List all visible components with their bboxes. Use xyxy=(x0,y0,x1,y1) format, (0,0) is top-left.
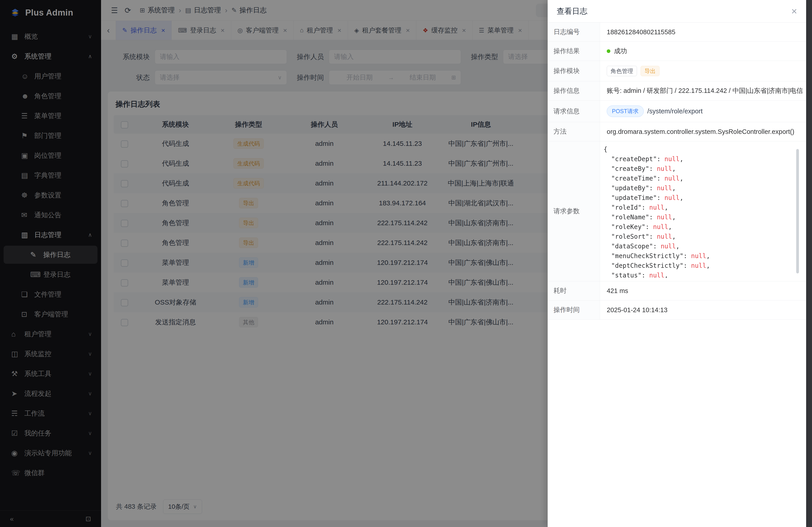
field-value: 2025-01-24 10:14:13 xyxy=(600,300,806,319)
drawer-field-row: 方法org.dromara.system.controller.system.S… xyxy=(548,122,806,141)
field-label: 请求信息 xyxy=(548,101,600,122)
field-value: 角色管理导出 xyxy=(600,61,806,81)
drawer-field-row: 日志编号1882612840802115585 xyxy=(548,22,806,42)
json-null-value: null xyxy=(657,213,672,221)
json-null-value: null xyxy=(665,175,680,182)
module-tag: 导出 xyxy=(641,66,659,76)
field-label: 操作信息 xyxy=(548,81,600,100)
drawer-title: 查看日志 xyxy=(557,6,588,16)
json-null-value: null xyxy=(657,184,672,192)
drawer-field-row: 请求参数{ "createDept": null, "createBy": nu… xyxy=(548,141,806,281)
json-null-value: null xyxy=(649,272,664,278)
drawer-field-row: 操作信息账号: admin / 研发部门 / 222.175.114.242 /… xyxy=(548,81,806,101)
field-label: 请求参数 xyxy=(548,141,600,281)
drawer-field-row: 请求信息POST请求/system/role/export xyxy=(548,101,806,122)
request-params-code: { "createDept": null, "createBy": null, … xyxy=(604,145,800,278)
field-value: 账号: admin / 研发部门 / 222.175.114.242 / 中国|… xyxy=(600,81,806,100)
json-null-value: null xyxy=(649,204,664,211)
json-null-value: null xyxy=(691,262,706,269)
field-label: 操作模块 xyxy=(548,61,600,81)
drawer-body: 日志编号1882612840802115585操作结果成功操作模块角色管理导出操… xyxy=(548,22,806,527)
field-value: org.dromara.system.controller.system.Sys… xyxy=(600,122,806,141)
request-method-tag: POST请求 xyxy=(607,105,644,117)
drawer-header: 查看日志 × xyxy=(548,0,806,22)
field-label: 耗时 xyxy=(548,281,600,300)
status-text: 成功 xyxy=(614,47,627,56)
field-value: POST请求/system/role/export xyxy=(600,101,806,122)
field-label: 操作结果 xyxy=(548,42,600,61)
field-value: 1882612840802115585 xyxy=(600,22,806,42)
right-edge-shade xyxy=(806,0,812,527)
close-icon[interactable]: × xyxy=(791,6,797,16)
json-null-value: null xyxy=(665,155,680,163)
field-label: 方法 xyxy=(548,122,600,141)
view-log-drawer: 查看日志 × 日志编号1882612840802115585操作结果成功操作模块… xyxy=(548,0,806,527)
field-label: 操作时间 xyxy=(548,300,600,319)
module-tag: 角色管理 xyxy=(607,66,637,76)
drawer-field-row: 耗时421 ms xyxy=(548,281,806,300)
drawer-field-row: 操作时间2025-01-24 10:14:13 xyxy=(548,300,806,320)
json-null-value: null xyxy=(653,223,668,230)
success-dot-icon xyxy=(607,49,610,53)
field-label: 日志编号 xyxy=(548,22,600,42)
scrollbar-thumb[interactable] xyxy=(796,149,799,273)
json-null-value: null xyxy=(657,165,672,172)
drawer-field-row: 操作结果成功 xyxy=(548,42,806,61)
json-null-value: null xyxy=(657,233,672,240)
field-value: 成功 xyxy=(600,42,806,61)
drawer-field-row: 操作模块角色管理导出 xyxy=(548,61,806,81)
json-code: { "createDept": null, "createBy": null, … xyxy=(604,145,800,278)
json-null-value: null xyxy=(691,252,706,260)
field-value: 421 ms xyxy=(600,281,806,300)
field-value: { "createDept": null, "createBy": null, … xyxy=(600,141,806,281)
json-null-value: null xyxy=(661,243,676,250)
json-null-value: null xyxy=(665,194,680,201)
request-url: /system/role/export xyxy=(647,107,702,115)
